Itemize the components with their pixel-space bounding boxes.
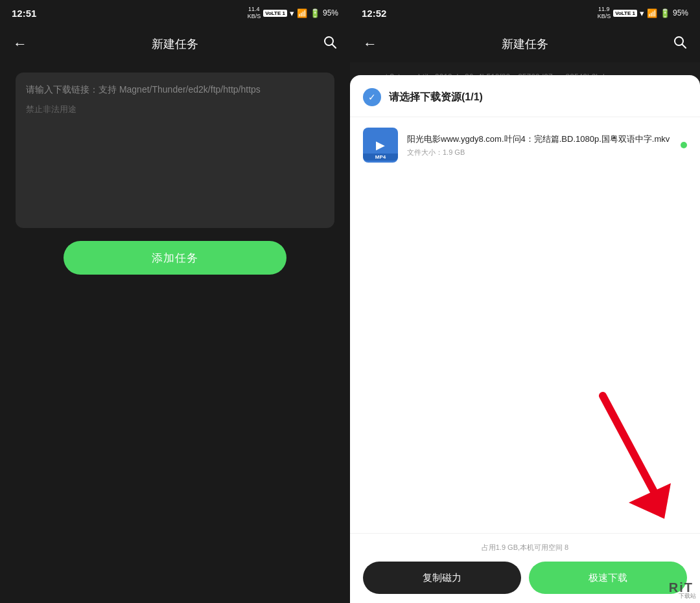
right-kb: 11.9KB/S — [598, 6, 611, 20]
left-kb: 11.4KB/S — [248, 6, 261, 20]
right-battery-icon: 🔋 — [660, 8, 670, 18]
left-top-bar: ← 新建任务 — [0, 26, 350, 62]
right-page-title: 新建任务 — [502, 36, 548, 52]
url-input-area[interactable]: 请输入下载链接：支持 Magnet/Thunder/ed2k/ftp/http/… — [16, 73, 334, 228]
right-signal-icon: 📶 — [647, 8, 657, 18]
left-panel: 12:51 11.4KB/S VoLTE 1 ▾ 📶 🔋 95% ← 新建任务 … — [0, 0, 350, 603]
dialog-title: 请选择下载资源(1/1) — [389, 91, 483, 104]
dialog-footer: 占用1.9 GB,本机可用空间 8 复制磁力 极速下载 — [350, 533, 700, 603]
dialog-overlay: ✓ 请选择下载资源(1/1) ▶ MP4 阳光电影www.ygdy8.com.叶… — [350, 62, 700, 603]
left-volte: VoLTE 1 — [263, 10, 287, 17]
add-task-button[interactable]: 添加任务 — [64, 241, 286, 275]
file-thumbnail: ▶ MP4 — [363, 128, 398, 163]
right-battery-pct: 95% — [673, 8, 688, 17]
right-indicators: 11.9KB/S VoLTE 1 ▾ 📶 🔋 95% — [598, 6, 688, 20]
fast-download-button[interactable]: 极速下载 — [529, 562, 687, 594]
svg-line-1 — [332, 45, 336, 49]
copy-magnet-button[interactable]: 复制磁力 — [363, 562, 521, 594]
left-battery-icon: 🔋 — [310, 8, 320, 18]
right-volte: VoLTE 1 — [613, 10, 637, 17]
left-content: 请输入下载链接：支持 Magnet/Thunder/ed2k/ftp/http/… — [0, 62, 350, 603]
url-placeholder: 请输入下载链接：支持 Magnet/Thunder/ed2k/ftp/http/… — [26, 84, 324, 96]
storage-info: 占用1.9 GB,本机可用空间 8 — [363, 543, 687, 552]
right-wifi-icon: ▾ — [640, 8, 644, 18]
file-item[interactable]: ▶ MP4 阳光电影www.ygdy8.com.叶问4：完结篇.BD.1080p… — [350, 117, 700, 173]
right-top-bar: ← 新建任务 — [350, 26, 700, 62]
check-icon: ✓ — [363, 88, 381, 106]
left-battery-pct: 95% — [323, 8, 338, 17]
right-content: magnet:?xt=urn:btih: 9919ebc86a4b510f89c… — [350, 62, 700, 603]
right-status-bar: 12:52 11.9KB/S VoLTE 1 ▾ 📶 🔋 95% — [350, 0, 700, 26]
left-indicators: 11.4KB/S VoLTE 1 ▾ 📶 🔋 95% — [248, 6, 338, 20]
left-search-button[interactable] — [323, 35, 337, 53]
file-info: 阳光电影www.ygdy8.com.叶问4：完结篇.BD.1080p.国粤双语中… — [407, 133, 671, 158]
dialog-header: ✓ 请选择下载资源(1/1) — [350, 75, 700, 117]
right-search-button[interactable] — [673, 35, 687, 53]
left-wifi-icon: ▾ — [290, 8, 294, 18]
dialog-spacer — [350, 173, 700, 533]
dialog-buttons: 复制磁力 极速下载 — [363, 562, 687, 594]
left-back-button[interactable]: ← — [13, 36, 27, 52]
right-panel: 12:52 11.9KB/S VoLTE 1 ▾ 📶 🔋 95% ← 新建任务 … — [350, 0, 700, 603]
svg-line-3 — [682, 45, 686, 49]
file-type-badge: MP4 — [363, 154, 398, 161]
left-time: 12:51 — [12, 8, 36, 19]
file-name: 阳光电影www.ygdy8.com.叶问4：完结篇.BD.1080p.国粤双语中… — [407, 133, 671, 146]
right-time: 12:52 — [362, 8, 386, 19]
play-icon: ▶ — [376, 138, 385, 152]
left-page-title: 新建任务 — [152, 36, 198, 52]
file-size: 文件大小：1.9 GB — [407, 148, 671, 157]
left-signal-icon: 📶 — [297, 8, 307, 18]
download-resource-dialog: ✓ 请选择下载资源(1/1) ▶ MP4 阳光电影www.ygdy8.com.叶… — [350, 75, 700, 603]
left-status-bar: 12:51 11.4KB/S VoLTE 1 ▾ 📶 🔋 95% — [0, 0, 350, 26]
file-status-dot — [681, 142, 687, 148]
legal-text: 禁止非法用途 — [26, 104, 324, 115]
right-back-button[interactable]: ← — [363, 36, 377, 52]
watermark-sub: 下载站 — [679, 592, 696, 600]
